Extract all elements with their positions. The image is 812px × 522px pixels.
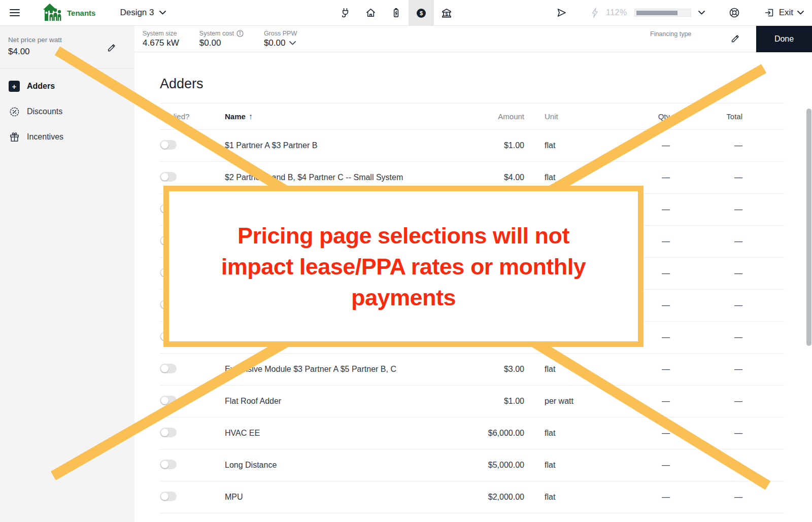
sidebar-item-discounts[interactable]: Discounts bbox=[0, 99, 134, 124]
pencil-icon bbox=[106, 42, 117, 53]
adder-amount: $3.00 bbox=[463, 365, 524, 374]
toggle-knob bbox=[161, 397, 168, 404]
applied-toggle[interactable] bbox=[160, 460, 177, 469]
sidebar-item-label: Discounts bbox=[27, 107, 62, 116]
tenants-logo-icon bbox=[43, 3, 64, 23]
gift-icon bbox=[9, 131, 20, 143]
battery-icon bbox=[390, 7, 402, 19]
applied-toggle[interactable] bbox=[160, 364, 177, 373]
system-cost-value: $0.00 bbox=[199, 38, 244, 48]
toggle-knob bbox=[161, 461, 168, 468]
pricing-warning-callout: Pricing page selections will not impact … bbox=[163, 186, 644, 347]
applied-toggle[interactable] bbox=[160, 428, 177, 437]
adder-qty: — bbox=[616, 397, 670, 406]
adder-unit: per watt bbox=[524, 397, 616, 406]
net-price-block: Net price per watt $4.00 bbox=[0, 26, 134, 57]
exit-icon bbox=[764, 7, 775, 18]
applied-toggle[interactable] bbox=[160, 396, 177, 405]
help-button[interactable] bbox=[728, 7, 740, 19]
adder-name: Long Distance bbox=[225, 461, 463, 470]
toggle-knob bbox=[161, 141, 168, 149]
edit-net-price-button[interactable] bbox=[106, 42, 117, 53]
help-icon bbox=[728, 7, 740, 19]
adder-name: Flat Roof Adder bbox=[225, 397, 463, 406]
sidebar-menu: + Adders Discounts Incentives bbox=[0, 74, 134, 150]
exit-label: Exit bbox=[779, 8, 793, 18]
adder-qty: — bbox=[616, 365, 670, 374]
column-amount: Amount bbox=[463, 112, 524, 121]
share-button[interactable] bbox=[556, 7, 568, 19]
gross-ppw-label: Gross PPW bbox=[264, 30, 297, 37]
design-summary-bar: System size 4.675 kW System cost $0.00 G… bbox=[134, 26, 812, 52]
top-navbar: Tenants Design 3 $ $ bbox=[0, 0, 812, 26]
financing-type-label: Financing type bbox=[650, 30, 691, 38]
pencil-icon bbox=[730, 33, 741, 44]
tab-electrical[interactable] bbox=[332, 0, 358, 26]
adder-qty: — bbox=[616, 173, 670, 182]
applied-toggle[interactable] bbox=[160, 140, 177, 150]
energy-offset-fill bbox=[636, 11, 678, 15]
brand-logo[interactable]: Tenants bbox=[43, 3, 95, 23]
adder-total: — bbox=[670, 397, 742, 406]
tab-pricing[interactable]: $ bbox=[409, 0, 434, 26]
table-row bbox=[160, 513, 784, 522]
column-total: Total bbox=[670, 112, 742, 121]
adder-unit: flat bbox=[524, 173, 616, 182]
adder-total: — bbox=[670, 461, 742, 470]
sidebar-item-adders[interactable]: + Adders bbox=[0, 74, 134, 99]
system-cost-metric: System cost $0.00 bbox=[199, 30, 244, 48]
adder-unit: flat bbox=[524, 429, 616, 438]
info-icon[interactable] bbox=[236, 30, 244, 37]
done-button[interactable]: Done bbox=[756, 26, 812, 52]
adder-total: — bbox=[670, 493, 742, 502]
system-cost-label: System cost bbox=[199, 30, 234, 37]
tab-home[interactable] bbox=[358, 0, 383, 26]
menu-icon[interactable] bbox=[8, 6, 21, 19]
plug-icon bbox=[340, 7, 351, 19]
table-row: Flat Roof Adder $1.00 per watt — — bbox=[160, 386, 784, 417]
column-applied: Applied? bbox=[160, 112, 225, 121]
adder-qty: — bbox=[616, 429, 670, 438]
vertical-scrollbar[interactable] bbox=[806, 109, 811, 346]
adder-name: Expensive Module $3 Partner A $5 Partner… bbox=[225, 365, 463, 374]
column-name[interactable]: Name ↑ bbox=[225, 112, 463, 121]
system-size-value: 4.675 kW bbox=[143, 38, 179, 48]
adder-name: $2 Partner A and B, $4 Partner C -- Smal… bbox=[225, 173, 463, 182]
exit-button[interactable]: Exit bbox=[764, 7, 804, 18]
system-size-metric: System size 4.675 kW bbox=[143, 30, 179, 48]
adder-amount: $4.00 bbox=[463, 173, 524, 182]
edit-pricing-button[interactable] bbox=[730, 33, 741, 44]
chevron-down-icon bbox=[159, 11, 166, 15]
sidebar-item-label: Adders bbox=[27, 82, 55, 91]
adder-total: — bbox=[670, 205, 742, 214]
tab-battery[interactable] bbox=[383, 0, 409, 26]
adder-amount: $1.00 bbox=[463, 141, 524, 150]
adder-unit: flat bbox=[524, 461, 616, 470]
adder-amount: $1.00 bbox=[463, 397, 524, 406]
plus-square-icon: + bbox=[9, 81, 20, 92]
pricing-sidebar: Net price per watt $4.00 + Adders Discou… bbox=[0, 26, 134, 522]
tab-financing[interactable]: $ bbox=[434, 0, 459, 26]
energy-offset-value: 112% bbox=[606, 8, 627, 17]
design-mode-tabs: $ $ bbox=[332, 0, 459, 26]
applied-toggle[interactable] bbox=[160, 172, 177, 182]
toggle-knob bbox=[161, 173, 168, 181]
toggle-knob bbox=[161, 493, 168, 500]
adder-qty: — bbox=[616, 493, 670, 502]
chevron-down-icon[interactable] bbox=[289, 41, 296, 45]
adder-name: MPU bbox=[225, 493, 463, 502]
app-window: Tenants Design 3 $ $ bbox=[0, 0, 812, 522]
design-selector[interactable]: Design 3 bbox=[120, 8, 165, 18]
table-row: MPU $2,000.00 flat — — bbox=[160, 481, 784, 513]
table-row: HVAC EE $6,000.00 flat — — bbox=[160, 417, 784, 449]
chevron-down-icon[interactable] bbox=[698, 11, 705, 15]
sidebar-item-incentives[interactable]: Incentives bbox=[0, 124, 134, 150]
adder-amount: $5,000.00 bbox=[463, 461, 524, 470]
adder-qty: — bbox=[616, 461, 670, 470]
svg-text:$: $ bbox=[445, 11, 448, 16]
svg-text:$: $ bbox=[420, 10, 423, 16]
applied-toggle[interactable] bbox=[160, 492, 177, 501]
column-unit: Unit bbox=[524, 112, 616, 121]
adder-total: — bbox=[670, 301, 742, 310]
table-row: Expensive Module $3 Partner A $5 Partner… bbox=[160, 354, 784, 386]
